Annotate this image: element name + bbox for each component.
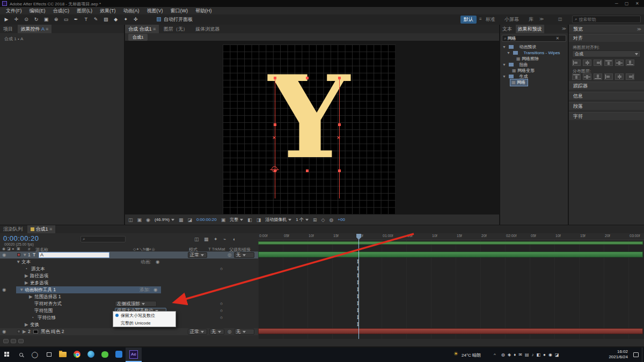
workspace-small-screen-tab[interactable]: 小屏幕 [504, 16, 519, 23]
selection-handle[interactable] [306, 77, 309, 79]
eye-icon[interactable]: ◉ [2, 328, 6, 335]
distribute-top-button[interactable] [572, 73, 581, 80]
menu-animation[interactable]: 动画(A) [120, 8, 143, 14]
hand-tool[interactable]: ✛ [12, 14, 21, 25]
taskbar-search-button[interactable] [14, 352, 28, 358]
panel-character-header[interactable]: 字符 [569, 112, 644, 120]
help-search-box[interactable]: ⌕ [572, 16, 641, 23]
motion-blur-icon[interactable]: ◐ [233, 237, 236, 242]
clone-stamp-tool[interactable]: ▨ [101, 14, 110, 25]
task-view-button[interactable] [42, 352, 56, 358]
property-source-text[interactable]: ◔ 源文本 ○ [0, 265, 258, 272]
minimize-button[interactable]: ─ [615, 1, 618, 6]
dropdown-item-full-unicode[interactable]: 完整的 Unicode [113, 319, 175, 327]
tray-icon[interactable]: ✉ [518, 352, 522, 357]
selection-handle[interactable] [338, 77, 341, 79]
roto-brush-tool[interactable]: ✦ [121, 14, 130, 25]
dropdown-item-preserve-case[interactable]: 保留大小写及数位 [113, 312, 175, 319]
tree-item-mesh-warp[interactable]: ▦ 网格变形 [512, 68, 535, 73]
menu-view[interactable]: 视图(V) [143, 8, 167, 14]
panel-info-header[interactable]: 信息 [569, 92, 644, 100]
expand-transfer-controls-toggle[interactable] [11, 339, 16, 343]
eye-icon[interactable]: ◉ [2, 252, 6, 258]
tab-timeline-comp1[interactable]: 合成1 ≡ [27, 225, 56, 233]
layer-name-field[interactable]: A [39, 252, 109, 258]
current-time-indicator-line[interactable] [358, 234, 359, 339]
tree-item-animation-presets[interactable]: ▼ 动画预设 [502, 44, 536, 50]
pen-tool[interactable]: ✒ [72, 14, 80, 25]
shape-tool[interactable]: ▭ [62, 14, 70, 25]
distribute-left-button[interactable] [604, 73, 613, 80]
tray-icon[interactable]: ◍ [501, 352, 505, 357]
clear-search-icon[interactable]: ✕ [555, 36, 559, 41]
tray-icon[interactable]: ♪ [532, 352, 534, 357]
timeline-track-area[interactable]: 0:00f 05f 10f 15f 20f 01:00f 05f 10f 15f… [258, 234, 644, 339]
tray-icon[interactable]: ♦ [514, 352, 516, 357]
tray-icon[interactable]: ◈ [508, 352, 511, 357]
eye-icon[interactable]: ◉ [2, 286, 6, 293]
grid-guides-icon[interactable]: ▦ [179, 217, 184, 223]
file-explorer-button[interactable] [56, 352, 70, 358]
weather-icon[interactable]: ☀ [453, 351, 458, 357]
label-color-chip[interactable] [17, 330, 20, 333]
always-preview-icon[interactable]: ◫ [128, 217, 133, 223]
frame-blend-icon[interactable]: ⌁ [223, 237, 226, 242]
tab-text[interactable]: 文本 [500, 25, 514, 33]
trkmat-select[interactable]: 无 [209, 329, 224, 335]
distribute-right-button[interactable] [626, 73, 634, 80]
distribute-bottom-button[interactable] [594, 73, 602, 80]
action-center-button[interactable] [633, 352, 639, 358]
parent-select[interactable]: 无 [234, 252, 254, 258]
auto-open-panels-checkbox[interactable] [157, 17, 161, 21]
layer-row-1[interactable]: ◉ ▼ 1 T A 正常 ◎ 无 [0, 252, 258, 258]
layer-2-duration-bar[interactable] [258, 328, 643, 334]
blend-mode-select[interactable]: 正常 [188, 252, 207, 258]
pickwhip-icon[interactable]: ◎ [228, 252, 231, 258]
selection-handle[interactable] [274, 123, 276, 126]
animate-add-button[interactable]: ◉ [156, 258, 159, 265]
property-circle-icon[interactable]: ○ [220, 265, 223, 272]
transparency-grid-icon[interactable]: ◨ [257, 217, 261, 223]
twirl-right-icon[interactable]: ▶ [25, 321, 28, 328]
tray-icon[interactable]: ◪ [555, 352, 559, 357]
expand-inout-toggle[interactable] [18, 339, 24, 343]
twirl-right-icon[interactable]: ▶ [23, 328, 26, 335]
align-bottom-button[interactable] [626, 60, 634, 66]
tray-expand-icon[interactable]: ^ [494, 352, 496, 357]
twirl-down-icon[interactable]: ▼ [19, 286, 24, 293]
after-effects-taskbar-button[interactable]: Ae [126, 348, 142, 362]
eraser-tool[interactable]: ◆ [112, 14, 120, 25]
tray-icon[interactable]: ● [543, 352, 546, 357]
region-of-interest-icon[interactable]: ◧ [247, 217, 252, 223]
panel-menu-icon[interactable]: ≡ [49, 226, 52, 232]
align-center-h-button[interactable] [583, 60, 591, 66]
twirl-down-icon[interactable]: ▼ [16, 258, 20, 265]
panel-overflow-icon[interactable]: ≫ [637, 25, 641, 33]
cortana-button[interactable]: ◯ [28, 351, 42, 358]
property-range-selector[interactable]: ▶ 范围选择器 1 [0, 293, 258, 300]
tab-project[interactable]: 项目 [0, 25, 16, 33]
effects-search-box[interactable]: ⌕ ✕ [502, 35, 566, 42]
time-ruler[interactable]: 0:00f 05f 10f 15f 20f 01:00f 05f 10f 15f… [258, 234, 644, 240]
selection-handle[interactable] [338, 169, 341, 172]
fast-previews-icon[interactable]: ◇ [321, 217, 325, 223]
layer-row-2[interactable]: ◉ ▶ 2 黑色 纯色 2 正常 无 ◎ 无 [0, 328, 258, 335]
property-circle-icon[interactable]: ○ [220, 307, 223, 314]
camera-select[interactable]: 活动摄像机 [265, 217, 291, 223]
show-snapshot-icon[interactable]: ◉ [146, 217, 150, 223]
menu-help[interactable]: 帮助(H) [192, 8, 216, 14]
workspace-overflow-icon[interactable]: ≫ [539, 17, 544, 21]
weather-text[interactable]: 24°C 晴朗 [462, 352, 481, 358]
show-desktop-button[interactable] [642, 348, 644, 362]
effects-search-input[interactable] [507, 36, 555, 41]
align-center-v-button[interactable] [615, 60, 624, 66]
property-circle-icon[interactable]: ○ [220, 300, 223, 307]
twirl-down-icon[interactable]: ▼ [502, 75, 506, 78]
exposure-display[interactable]: +00 [338, 217, 345, 222]
tab-layer[interactable]: 图层（无） [160, 25, 191, 33]
tree-item-distort[interactable]: ▼ 扭曲 [502, 62, 528, 68]
menu-layer[interactable]: 图层(L) [73, 8, 96, 14]
property-group-text[interactable]: ▼ 文本 动画: ◉ [0, 258, 258, 265]
comp-current-time[interactable]: 0:00:00:20 [196, 217, 217, 222]
stopwatch-icon[interactable]: ◔ [25, 265, 27, 272]
